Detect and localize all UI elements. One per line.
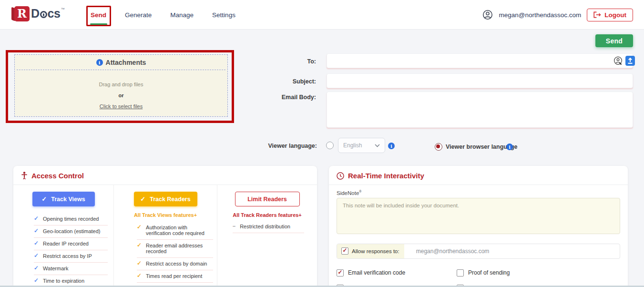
check-icon: ✓: [140, 195, 145, 203]
track-readers-column: ✓ Track Readers All Track Views features…: [113, 185, 217, 287]
contact-book-icon[interactable]: [613, 56, 623, 66]
track-readers-features: ✓Authorization with verification code re…: [137, 222, 213, 287]
navbar: R Dcs ™ Send Generate Manage Settings me…: [0, 0, 644, 30]
allow-responses-checkbox[interactable]: [341, 247, 348, 255]
check-icon: ✓: [34, 216, 39, 221]
track-readers-subtitle: All Track Views features+: [114, 212, 217, 218]
feature-item: ✓Restrict access by IP: [34, 250, 108, 263]
access-control-columns: ✓ Track Views ✓Opening times recorded ✓G…: [13, 185, 317, 287]
feature-item: –Restricted distribution: [233, 221, 304, 233]
check-icon: ✓: [137, 273, 142, 278]
allow-responses-label: Allow responses to:: [352, 248, 399, 254]
limit-readers-button[interactable]: Limit Readers: [235, 192, 300, 206]
language-dropdown[interactable]: English: [338, 138, 385, 153]
email-body-textarea[interactable]: [327, 92, 633, 128]
drag-drop-text: Drag and drop files: [15, 82, 227, 87]
tab-manage[interactable]: Manage: [169, 9, 194, 21]
click-to-select-files-link[interactable]: Click to select files: [15, 103, 227, 109]
allow-responses-row: Allow responses to:: [337, 244, 620, 259]
check-icon: ✓: [34, 278, 39, 283]
browser-language-info-icon[interactable]: i: [506, 144, 513, 150]
language-info-icon[interactable]: i: [388, 143, 395, 149]
realtime-interactivity-panel: Real-Time Interactivity SideNote® Allow …: [329, 166, 628, 287]
check-icon: ✓: [41, 195, 47, 203]
track-views-column: ✓ Track Views ✓Opening times recorded ✓G…: [13, 185, 113, 287]
logo-letter-d: D: [31, 7, 40, 20]
rdocs-logo[interactable]: R Dcs ™: [14, 6, 64, 21]
user-avatar-icon: [482, 10, 493, 20]
check-icon: ✓: [34, 228, 39, 234]
send-button[interactable]: Send: [595, 34, 633, 47]
email-body-label: Email Body:: [264, 94, 316, 101]
check-icon: ✓: [34, 241, 39, 246]
sidenote-textarea[interactable]: [337, 198, 620, 234]
proof-of-sending-checkbox[interactable]: [457, 269, 464, 277]
to-input[interactable]: [327, 53, 633, 68]
tab-settings[interactable]: Settings: [211, 9, 236, 21]
viewer-language-label: Viewer language:: [257, 143, 317, 149]
track-views-features: ✓Opening times recorded ✓Geo-location (e…: [34, 213, 108, 287]
viewer-browser-language-radio[interactable]: [435, 143, 442, 151]
attachments-dropzone[interactable]: i Attachments Drag and drop files or Cli…: [14, 54, 228, 117]
feature-item: ✓Authorization with verification code re…: [137, 222, 213, 240]
limit-readers-features: –Restricted distribution: [233, 221, 304, 233]
feature-item: ✓Times read per recipient: [137, 270, 213, 283]
subject-label: Subject:: [264, 78, 316, 85]
email-verification-checkbox[interactable]: [337, 269, 344, 277]
chevron-down-icon: [375, 144, 380, 147]
option-email-verification-code: Email verification code: [337, 269, 457, 277]
to-field-icons: [613, 56, 635, 66]
track-readers-button[interactable]: ✓ Track Readers: [134, 192, 197, 206]
tab-generate[interactable]: Generate: [124, 9, 153, 21]
allow-responses-input[interactable]: [416, 248, 607, 255]
check-icon: ✓: [137, 243, 142, 248]
access-control-panel: Access Control ✓ Track Views ✓Opening ti…: [13, 166, 317, 287]
navbar-user-area: megan@northendassoc.com Logout: [482, 0, 633, 30]
trademark-symbol: ™: [61, 7, 64, 11]
allow-responses-chip: Allow responses to:: [337, 244, 404, 258]
feature-item: ✓Reader email addresses recorded: [137, 240, 213, 258]
sidenote-label: SideNote®: [337, 190, 620, 196]
logo-r-tile-icon: R: [14, 6, 30, 21]
upload-recipients-icon[interactable]: [625, 56, 635, 66]
send-page: R Dcs ™ Send Generate Manage Settings me…: [0, 0, 644, 287]
clock-icon: [337, 172, 344, 180]
check-icon: ✓: [137, 261, 142, 266]
lock-o-icon: [40, 11, 47, 18]
option-proof-of-sending: Proof of sending: [457, 269, 620, 277]
logo-wordmark: Dcs: [31, 7, 60, 20]
realtime-options: Email verification code Proof of sending…: [337, 269, 620, 287]
feature-item: ✓Watermark: [34, 263, 108, 275]
logo-letters-cs: cs: [48, 7, 61, 20]
nav-tabs: Send Generate Manage Settings: [90, 0, 236, 30]
check-icon: ✓: [34, 253, 39, 258]
person-standing-icon: [21, 172, 28, 180]
logout-icon: [593, 11, 601, 18]
attachments-info-icon[interactable]: i: [96, 59, 103, 66]
check-icon: ✓: [137, 225, 142, 230]
access-control-title: Access Control: [31, 172, 84, 180]
access-control-header: Access Control: [13, 166, 317, 185]
or-text: or: [15, 92, 227, 98]
feature-item: ✓Geo-location (estimated): [34, 226, 108, 238]
logout-button[interactable]: Logout: [587, 9, 633, 21]
dash-icon: –: [233, 224, 235, 228]
feature-item: ✓Restrict access by domain: [137, 258, 213, 270]
user-email: megan@northendassoc.com: [499, 11, 581, 19]
language-dropdown-value: English: [343, 142, 362, 149]
tab-send[interactable]: Send: [90, 9, 107, 21]
active-tab-underline: [90, 23, 107, 25]
limit-readers-column: Limit Readers All Track Readers features…: [217, 185, 317, 287]
limit-readers-subtitle: All Track Readers features+: [217, 212, 317, 218]
subject-input[interactable]: [327, 73, 633, 88]
check-icon: ✓: [34, 266, 39, 271]
viewer-language-radio[interactable]: [326, 142, 334, 149]
attachments-header: i Attachments: [17, 55, 225, 70]
to-label: To:: [264, 58, 316, 65]
feature-item: ✓Opening times recorded: [34, 213, 108, 226]
attachments-title: Attachments: [106, 59, 146, 66]
track-views-button[interactable]: ✓ Track Views: [32, 192, 95, 206]
realtime-body: SideNote® Allow responses to: Email veri…: [329, 185, 628, 287]
realtime-header: Real-Time Interactivity: [329, 166, 628, 185]
feature-item: ✓Reader IP recorded: [34, 238, 108, 250]
